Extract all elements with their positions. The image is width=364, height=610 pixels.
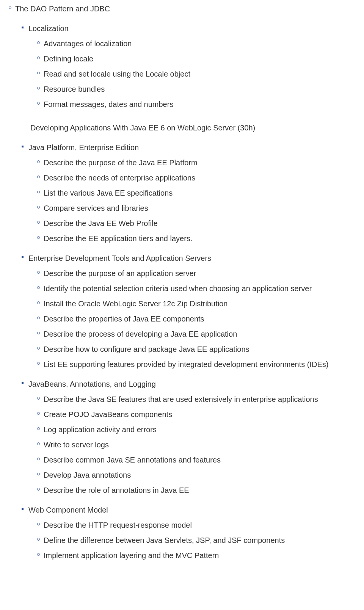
list-item: Write to server logs xyxy=(44,438,364,451)
list-item: Describe common Java SE annotations and … xyxy=(44,453,364,466)
list-item: Develop Java annotations xyxy=(44,469,364,481)
item-text: Define the difference between Java Servl… xyxy=(44,536,285,544)
item-text: Identify the potential selection criteri… xyxy=(44,284,312,293)
item-text: Describe the purpose of the Java EE Plat… xyxy=(44,158,198,167)
item-text: Log application activity and errors xyxy=(44,425,157,434)
list-item: Define the difference between Java Servl… xyxy=(44,534,364,547)
section-item: Web Component ModelDescribe the HTTP req… xyxy=(28,503,364,562)
list-item: Implement application layering and the M… xyxy=(44,549,364,562)
item-text: Develop Java annotations xyxy=(44,471,131,479)
list-item: List the various Java EE specifications xyxy=(44,187,364,199)
section-heading: Developing Applications With Java EE 6 o… xyxy=(30,121,364,134)
list-item: Describe the process of developing a Jav… xyxy=(44,328,364,340)
sub-list: Describe the Java SE features that are u… xyxy=(28,393,364,497)
item-text: Describe the needs of enterprise applica… xyxy=(44,174,195,182)
sub-list: Describe the purpose of an application s… xyxy=(28,267,364,371)
list-item: Format messages, dates and numbers xyxy=(44,98,364,111)
sub-list: Describe the HTTP request-response model… xyxy=(28,519,364,562)
list-item: Read and set locale using the Locale obj… xyxy=(44,67,364,80)
item-text: Install the Oracle WebLogic Server 12c Z… xyxy=(44,300,228,308)
list-item: The DAO Pattern and JDBC xyxy=(15,2,364,15)
orphan-sublist: The DAO Pattern and JDBC xyxy=(0,2,364,15)
item-text: Describe the process of developing a Jav… xyxy=(44,330,237,338)
heading-text: Developing Applications With Java EE 6 o… xyxy=(30,124,255,132)
section-title: JavaBeans, Annotations, and Logging xyxy=(28,380,156,388)
item-text: Defining locale xyxy=(44,55,93,63)
list-item: Describe the role of annotations in Java… xyxy=(44,484,364,497)
item-text: Describe the role of annotations in Java… xyxy=(44,486,189,494)
section-item: LocalizationAdvantages of localizationDe… xyxy=(28,22,364,111)
item-text: Describe how to configure and package Ja… xyxy=(44,345,249,353)
list-item: Identify the potential selection criteri… xyxy=(44,282,364,295)
sub-list: Describe the purpose of the Java EE Plat… xyxy=(28,156,364,245)
item-text: Implement application layering and the M… xyxy=(44,551,219,560)
item-text: List the various Java EE specifications xyxy=(44,189,173,197)
item-text: Read and set locale using the Locale obj… xyxy=(44,70,190,78)
list-item: Describe the needs of enterprise applica… xyxy=(44,171,364,184)
list-item: Describe the Java EE Web Profile xyxy=(44,217,364,230)
list-item: Compare services and libraries xyxy=(44,202,364,215)
outline-list-pre: LocalizationAdvantages of localizationDe… xyxy=(0,22,364,111)
list-item: Describe the HTTP request-response model xyxy=(44,519,364,532)
item-text: List EE supporting features provided by … xyxy=(44,360,329,369)
item-text: Describe the Java SE features that are u… xyxy=(44,395,318,403)
list-item: Describe the purpose of an application s… xyxy=(44,267,364,280)
item-text: Resource bundles xyxy=(44,85,105,93)
item-text: Describe the HTTP request-response model xyxy=(44,521,192,529)
item-text: Write to server logs xyxy=(44,441,109,449)
list-item: Describe the properties of Java EE compo… xyxy=(44,312,364,325)
item-text: Format messages, dates and numbers xyxy=(44,100,173,108)
section-item: JavaBeans, Annotations, and LoggingDescr… xyxy=(28,378,364,497)
item-text: Describe the purpose of an application s… xyxy=(44,269,196,278)
list-item: Defining locale xyxy=(44,52,364,65)
sub-list: Advantages of localizationDefining local… xyxy=(28,37,364,111)
list-item: List EE supporting features provided by … xyxy=(44,358,364,371)
item-text: Create POJO JavaBeans components xyxy=(44,410,172,419)
list-item: Log application activity and errors xyxy=(44,423,364,436)
item-text: The DAO Pattern and JDBC xyxy=(15,5,110,13)
item-text: Describe the Java EE Web Profile xyxy=(44,219,158,227)
outline-list-post: Java Platform, Enterprise EditionDescrib… xyxy=(0,141,364,562)
list-item: Describe how to configure and package Ja… xyxy=(44,343,364,356)
section-title: Web Component Model xyxy=(28,506,108,514)
item-text: Compare services and libraries xyxy=(44,204,148,212)
item-text: Describe the EE application tiers and la… xyxy=(44,234,192,243)
list-item: Install the Oracle WebLogic Server 12c Z… xyxy=(44,297,364,310)
item-text: Advantages of localization xyxy=(44,39,132,48)
document-page: The DAO Pattern and JDBC LocalizationAdv… xyxy=(0,2,364,584)
section-title: Enterprise Development Tools and Applica… xyxy=(28,254,211,262)
section-title: Java Platform, Enterprise Edition xyxy=(28,143,139,152)
list-item: Resource bundles xyxy=(44,83,364,96)
list-item: Describe the Java SE features that are u… xyxy=(44,393,364,406)
list-item: Describe the EE application tiers and la… xyxy=(44,232,364,245)
section-title: Localization xyxy=(28,24,69,33)
list-item: Describe the purpose of the Java EE Plat… xyxy=(44,156,364,169)
item-text: Describe common Java SE annotations and … xyxy=(44,456,221,464)
list-item: Create POJO JavaBeans components xyxy=(44,408,364,421)
item-text: Describe the properties of Java EE compo… xyxy=(44,315,204,323)
list-item: Advantages of localization xyxy=(44,37,364,50)
section-item: Enterprise Development Tools and Applica… xyxy=(28,252,364,371)
section-item: Java Platform, Enterprise EditionDescrib… xyxy=(28,141,364,245)
